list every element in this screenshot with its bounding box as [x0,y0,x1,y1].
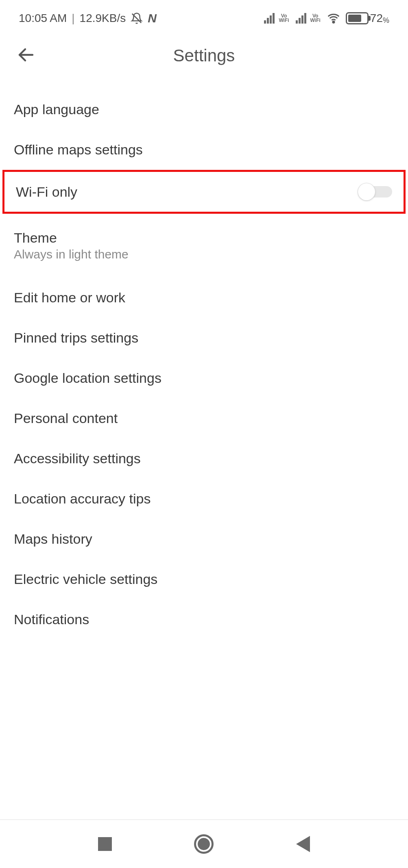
page-title: Settings [173,46,235,65]
battery-unit: % [383,16,389,24]
label-edit-home-work: Edit home or work [14,290,125,306]
wifi-icon [327,12,340,25]
toggle-knob [358,183,375,200]
nav-back-button[interactable] [296,836,310,852]
battery-indicator: 72% [346,12,389,25]
row-offline-maps[interactable]: Offline maps settings [0,130,408,170]
vowifi-bottom: WiFi [279,18,289,23]
row-theme[interactable]: Theme Always in light theme [0,214,408,273]
row-maps-history[interactable]: Maps history [0,519,408,559]
android-nav-bar [0,819,408,868]
row-accessibility[interactable]: Accessibility settings [0,438,408,479]
label-pinned-trips: Pinned trips settings [14,330,138,346]
row-edit-home-work[interactable]: Edit home or work [0,273,408,318]
battery-percent: 72% [370,12,389,25]
label-notifications: Notifications [14,612,89,627]
settings-list: App language Offline maps settings Wi-Fi… [0,82,408,640]
svg-point-1 [333,21,334,23]
row-location-tips[interactable]: Location accuracy tips [0,479,408,519]
status-right: Vo WiFi Vo WiFi 72% [264,12,389,25]
row-app-language[interactable]: App language [0,89,408,130]
status-left: 10:05 AM | 12.9KB/s N [19,11,157,25]
row-notifications[interactable]: Notifications [0,599,408,640]
status-bar: 10:05 AM | 12.9KB/s N Vo WiFi Vo WiFi [0,0,408,29]
row-personal-content[interactable]: Personal content [0,398,408,438]
status-separator: | [72,12,74,25]
bell-mute-icon [131,12,143,24]
label-offline-maps: Offline maps settings [14,142,143,158]
label-accessibility: Accessibility settings [14,451,141,467]
app-header: Settings [0,29,408,82]
status-net-speed: 12.9KB/s [80,12,126,25]
battery-value: 72 [370,12,383,24]
signal-2-icon [296,13,306,24]
battery-icon [346,12,369,24]
label-wifi-only: Wi-Fi only [16,184,77,200]
label-location-tips: Location accuracy tips [14,491,151,507]
label-google-location: Google location settings [14,370,161,386]
nav-home-button[interactable] [194,834,214,854]
label-ev-settings: Electric vehicle settings [14,571,157,587]
label-maps-history: Maps history [14,531,92,547]
back-button[interactable] [16,45,36,66]
vowifi-2-icon: Vo WiFi [310,14,321,23]
signal-1-icon [264,13,275,24]
label-app-language: App language [14,102,99,117]
vowifi-bottom-2: WiFi [310,18,321,23]
row-ev-settings[interactable]: Electric vehicle settings [0,559,408,599]
highlight-wifi-only: Wi-Fi only [2,170,406,214]
status-time: 10:05 AM [19,12,67,25]
nav-recents-button[interactable] [98,837,112,851]
toggle-wifi-only[interactable] [358,184,392,200]
row-google-location[interactable]: Google location settings [0,358,408,398]
label-theme: Theme [14,230,394,246]
row-pinned-trips[interactable]: Pinned trips settings [0,318,408,358]
label-personal-content: Personal content [14,410,118,426]
sub-theme: Always in light theme [14,247,394,261]
row-wifi-only[interactable]: Wi-Fi only [4,172,404,212]
n-slash-icon: N [148,11,157,25]
vowifi-1-icon: Vo WiFi [279,14,289,23]
